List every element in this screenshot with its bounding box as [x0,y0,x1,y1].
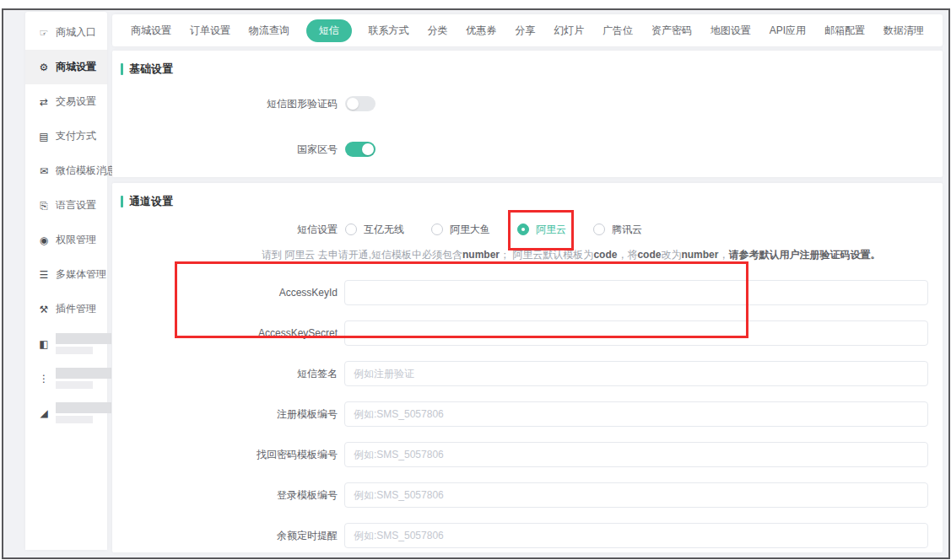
sms-provider-radio-group: 互亿无线阿里大鱼阿里云腾讯云 [345,223,642,237]
redacted-bar [56,381,93,389]
entrance-hand-icon: ☞ [38,27,50,39]
eye-permission-icon: ◉ [38,234,50,246]
country-code-toggle-row: 国家区号 [112,136,943,163]
sidebar-item-label: 交易设置 [56,94,96,109]
sidebar-item-0[interactable]: ☞商城入口 [25,15,107,50]
register-template-input-row: 注册模板编号 [112,401,943,427]
sidebar-item-redacted[interactable]: ◧ [25,326,107,361]
field-label: 短信签名 [112,367,338,381]
field-label: 找回密码模板编号 [112,448,338,462]
tab-商城设置[interactable]: 商城设置 [129,20,173,41]
tab-优惠券[interactable]: 优惠券 [464,20,498,41]
radio-tencent-cloud[interactable]: 腾讯云 [593,223,642,237]
balance-reminder-input[interactable] [344,523,928,548]
accesskeyid-input-row: AccessKeyId [112,280,943,305]
redacted-bar [56,402,111,413]
redacted-bar [56,368,111,379]
basic-toggle-rows: 短信图形验证码国家区号 [112,90,943,163]
plugin-icon: ⚒ [38,304,50,315]
sms-provider-row: 短信设置 互亿无线阿里大鱼阿里云腾讯云 [112,221,943,238]
tab-地图设置[interactable]: 地图设置 [709,20,753,41]
sms-captcha-toggle[interactable] [345,96,376,111]
sidebar: ☞商城入口⚙商城设置⇄交易设置▤支付方式✉微信模板消息⎘语言设置◉权限管理☰多媒… [25,12,107,550]
sidebar-item-8[interactable]: ⚒插件管理 [25,292,107,326]
accesskeysecret-input[interactable] [344,320,928,346]
sidebar-item-6[interactable]: ◉权限管理 [25,223,107,257]
toggle-label: 短信图形验证码 [112,97,338,111]
help-segment: ； 阿里云默认模板为 [500,249,593,261]
tab-数据清理[interactable]: 数据清理 [882,20,926,41]
radio-label: 阿里大鱼 [450,223,490,237]
tab-联系方式[interactable]: 联系方式 [367,20,411,41]
help-segment: ，将 [617,249,637,261]
sidebar-item-4[interactable]: ✉微信模板消息 [25,153,107,188]
section-title-basic: 基础设置 [129,62,173,77]
field-label: 登录模板编号 [112,488,338,503]
sidebar-item-label: 微信模板消息 [56,164,116,178]
help-segment: code [637,249,661,261]
sidebar-item-7[interactable]: ☰多媒体管理 [25,257,107,292]
help-segment: number [462,249,500,261]
register-template-input[interactable] [344,401,928,427]
section-header-basic: 基础设置 [121,62,943,77]
help-segment: ， [718,249,728,261]
message-bubbles-icon: ✉ [38,165,50,177]
country-code-toggle[interactable] [345,142,376,157]
tab-邮箱配置[interactable]: 邮箱配置 [823,20,867,41]
tab-物流查询[interactable]: 物流查询 [247,20,291,41]
sidebar-item-redacted[interactable]: ◢ [25,396,107,430]
language-book-icon: ⎘ [38,200,50,212]
radio-dot [431,223,443,235]
accesskeysecret-input-row: AccessKeySecret [112,320,943,346]
channel-settings-panel: 通道设置 短信设置 互亿无线阿里大鱼阿里云腾讯云 请到 阿里云 去申请开通,短信… [112,183,943,552]
sidebar-item-label: 插件管理 [56,302,96,316]
section-title-channel: 通道设置 [129,194,173,209]
field-label: AccessKeySecret [112,327,338,339]
radio-aliyun[interactable]: 阿里云 [517,223,566,237]
sms-signature-input[interactable] [344,361,928,386]
tab-订单设置[interactable]: 订单设置 [188,20,232,41]
redacted-bar [56,347,93,354]
help-segment: 请参考默认用户注册验证码设置。 [728,249,880,261]
section-header-channel: 通道设置 [121,194,943,209]
settings-tabbar: 商城设置订单设置物流查询短信联系方式分类优惠券分享幻灯片广告位资产密码地图设置A… [112,14,943,46]
radio-dot [517,223,529,235]
help-segment: 请到 阿里云 去申请开通,短信模板中必须包含 [262,249,462,261]
aliyun-help-text: 请到 阿里云 去申请开通,短信模板中必须包含number； 阿里云默认模板为co… [262,248,943,261]
sms-signature-input-row: 短信签名 [112,361,943,386]
sidebar-item-label: 商城入口 [56,25,96,40]
tab-API应用[interactable]: API应用 [768,20,808,41]
field-label: AccessKeyId [112,287,338,299]
accesskeyid-input[interactable] [344,280,928,305]
sidebar-item-redacted[interactable]: ⋮ [25,361,107,396]
sidebar-item-label: 商城设置 [56,60,96,74]
tab-资产密码[interactable]: 资产密码 [650,20,694,41]
sidebar-item-3[interactable]: ▤支付方式 [25,119,107,153]
recover-password-template-input[interactable] [344,442,928,467]
media-list-icon: ☰ [38,269,50,281]
sidebar-item-label: 多媒体管理 [56,267,106,282]
radio-ali-dayu[interactable]: 阿里大鱼 [431,223,490,237]
sidebar-item-label: 支付方式 [56,129,96,143]
login-template-input[interactable] [344,482,928,508]
help-segment: code [593,249,617,261]
field-label: 余额定时提醒 [112,529,338,543]
radio-huyi-wireless[interactable]: 互亿无线 [345,223,404,237]
sidebar-item-1[interactable]: ⚙商城设置 [25,50,107,84]
tab-分类[interactable]: 分类 [425,20,449,41]
tab-短信[interactable]: 短信 [306,19,352,42]
tab-分享[interactable]: 分享 [513,20,537,41]
sms-provider-label: 短信设置 [112,223,338,237]
field-label: 注册模板编号 [112,407,338,422]
exchange-arrows-icon: ⇄ [38,96,50,108]
toggle-knob [362,143,374,155]
balance-reminder-input-row: 余额定时提醒 [112,523,943,548]
radio-label: 腾讯云 [612,223,642,237]
sidebar-item-5[interactable]: ⎘语言设置 [25,188,107,223]
radio-dot [593,223,605,235]
help-segment: 改为 [661,249,681,261]
sidebar-item-2[interactable]: ⇄交易设置 [25,84,107,119]
tab-幻灯片[interactable]: 幻灯片 [552,20,586,41]
tab-广告位[interactable]: 广告位 [601,20,635,41]
redacted-icon: ⋮ [38,373,50,385]
